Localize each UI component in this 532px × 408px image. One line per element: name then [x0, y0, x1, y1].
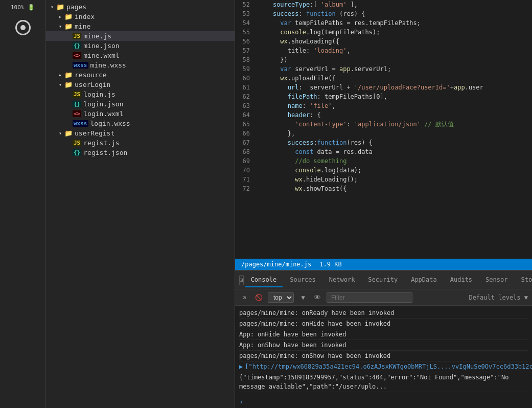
line-content: sourceType:[ 'album' ],	[258, 0, 532, 9]
console-filter-input[interactable]	[327, 292, 412, 303]
tree-item-mine[interactable]: ▾ 📁 mine	[46, 21, 235, 31]
code-row-70: 70 console.log(data);	[235, 166, 532, 175]
line-content: success:function(res) {	[258, 138, 532, 147]
devtools-tab-appdata[interactable]: AppData	[405, 273, 443, 287]
line-number: 69	[235, 156, 258, 166]
file-label: regist.js	[83, 139, 119, 147]
tree-arrow[interactable]: ▾	[56, 82, 64, 87]
line-content: wx.showLoading({	[258, 37, 532, 46]
devtools-tab-console[interactable]: Console	[245, 273, 283, 287]
tree-item-mine-json[interactable]: {} mine.json	[46, 41, 235, 51]
code-row-63: 63 name: 'file',	[235, 101, 532, 110]
code-editor[interactable]: 52 sourceType:[ 'album' ], 53 success: f…	[235, 0, 532, 259]
line-number: 70	[235, 166, 258, 175]
console-line-3: App: onHide have been invoked	[239, 329, 528, 340]
devtools-inspect-icon[interactable]: ⊡	[239, 275, 244, 285]
devtools-tab-storage[interactable]: Storage	[515, 273, 532, 287]
main-area: 52 sourceType:[ 'album' ], 53 success: f…	[235, 0, 532, 408]
tree-item-mine-js[interactable]: JS mine.js	[46, 31, 235, 41]
context-dropdown-arrow[interactable]: ▼	[298, 292, 308, 303]
line-number: 67	[235, 138, 258, 147]
code-row-55: 55 console.log(tempFilePaths);	[235, 28, 532, 37]
file-label: index	[75, 13, 95, 20]
line-number: 61	[235, 83, 258, 92]
code-row-59: 59 var serverUrl = app.serverUrl;	[235, 64, 532, 74]
console-line-2: pages/mine/mine: onHide have been invoke…	[239, 319, 528, 329]
context-selector[interactable]: top	[268, 292, 294, 303]
console-line-5: pages/mine/mine: onShow have been invoke…	[239, 351, 528, 361]
devtools-tab-network[interactable]: Network	[323, 273, 361, 287]
console-line-4: App: onShow have been invoked	[239, 340, 528, 351]
file-label: login.wxss	[90, 120, 130, 127]
line-number: 71	[235, 175, 258, 184]
console-line-1: pages/mine/mine: onReady have been invok…	[239, 308, 528, 319]
console-expand-arrow[interactable]: ▶	[239, 363, 243, 370]
code-row-65: 65 'content-type': 'application/json' //…	[235, 120, 532, 129]
line-number: 56	[235, 37, 258, 46]
file-label: userLogin	[75, 81, 110, 88]
devtools-tab-audits[interactable]: Audits	[444, 273, 478, 287]
line-content: name: 'file',	[258, 101, 532, 110]
devtools-tab-sensor[interactable]: Sensor	[479, 273, 514, 287]
record-dot	[20, 25, 26, 30]
tree-item-index[interactable]: ▸ 📁 index	[46, 12, 235, 21]
tree-item-login-wxml[interactable]: <> login.wxml	[46, 109, 235, 119]
console-no-entry-button[interactable]: 🚫	[253, 292, 264, 303]
line-content: url: serverUrl + '/user/uploadFace?userI…	[258, 83, 532, 92]
tree-arrow[interactable]: ▾	[56, 24, 64, 29]
file-label: mine.wxss	[90, 61, 126, 69]
file-label: userRegist	[75, 129, 114, 137]
code-row-53: 53 success: function (res) {	[235, 9, 532, 18]
tree-item-regist-js[interactable]: JS regist.js	[46, 138, 235, 148]
code-row-61: 61 url: serverUrl + '/user/uploadFace?us…	[235, 83, 532, 92]
line-content: wx.showToast({	[258, 184, 532, 193]
tree-item-pages[interactable]: ▾ 📁 pages	[46, 2, 235, 12]
tree-arrow[interactable]: ▾	[56, 130, 64, 136]
file-label: login.json	[83, 100, 123, 108]
line-number: 60	[235, 74, 258, 83]
code-row-64: 64 header: {	[235, 110, 532, 120]
tree-item-login-json[interactable]: {} login.json	[46, 99, 235, 109]
js-icon: JS	[73, 33, 81, 39]
tree-item-mine-wxml[interactable]: <> mine.wxml	[46, 51, 235, 60]
levels-dropdown[interactable]: Default levels ▼	[469, 294, 528, 301]
tree-item-userRegist[interactable]: ▾ 📁 userRegist	[46, 128, 235, 138]
tree-item-regist-json[interactable]: {} regist.json	[46, 148, 235, 157]
line-number: 66	[235, 129, 258, 138]
json-icon: {}	[73, 101, 81, 107]
file-label: mine	[75, 22, 90, 30]
line-content: const data = res.data	[258, 147, 532, 156]
console-more-arrow[interactable]: ›	[235, 396, 532, 408]
js-icon: JS	[73, 91, 81, 98]
devtools-tab-security[interactable]: Security	[362, 273, 404, 287]
folder-icon: 📁	[64, 71, 73, 79]
eye-icon[interactable]: 👁	[312, 292, 322, 303]
line-number: 62	[235, 92, 258, 101]
console-output[interactable]: pages/mine/mine: onReady have been invok…	[235, 306, 532, 396]
circle-record-icon[interactable]	[15, 20, 31, 35]
tree-arrow[interactable]: ▸	[56, 14, 64, 19]
tree-arrow[interactable]: ▾	[48, 4, 56, 10]
devtools-tab-sources[interactable]: Sources	[284, 273, 322, 287]
tree-item-userLogin[interactable]: ▾ 📁 userLogin	[46, 80, 235, 89]
code-row-72: 72 wx.showToast({	[235, 184, 532, 193]
file-label: regist.json	[83, 149, 127, 156]
wxml-icon: <>	[73, 110, 81, 117]
line-content: success: function (res) {	[258, 9, 532, 18]
folder-icon: 📁	[64, 81, 73, 88]
line-number: 59	[235, 64, 258, 74]
file-tree-panel: ▾ 📁 pages ▸ 📁 index ▾ 📁 mine JS mine.js …	[46, 0, 235, 408]
line-number: 52	[235, 0, 258, 9]
tree-arrow[interactable]: ▸	[56, 72, 64, 78]
tree-item-login-wxss[interactable]: wxss login.wxss	[46, 119, 235, 128]
console-clear-button[interactable]: ⊘	[239, 292, 249, 303]
tree-item-resource[interactable]: ▸ 📁 resource	[46, 70, 235, 80]
sidebar: 100% 🔋	[0, 0, 46, 408]
wxss-icon: wxss	[73, 62, 88, 69]
tree-item-login-js[interactable]: JS login.js	[46, 89, 235, 99]
status-bar: /pages/mine/mine.js 1.9 KB	[235, 259, 532, 270]
tree-item-mine-wxss[interactable]: wxss mine.wxss	[46, 60, 235, 70]
line-number: 53	[235, 9, 258, 18]
code-row-58: 58 })	[235, 55, 532, 64]
json-icon: {}	[73, 42, 81, 49]
